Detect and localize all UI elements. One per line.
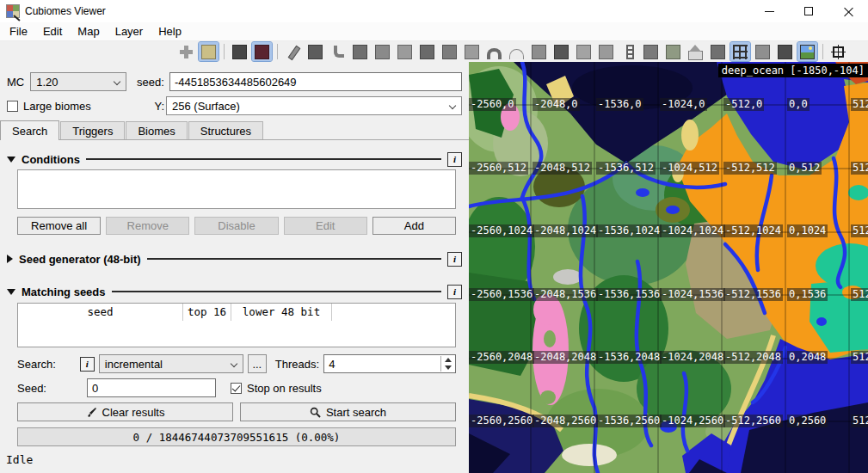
grid-icon <box>733 45 748 59</box>
maximize-button[interactable] <box>789 0 828 22</box>
matching-seeds-info-button[interactable]: i <box>447 285 462 299</box>
seed-generator-header[interactable]: Seed generator (48-bit) i <box>7 251 462 267</box>
geode-toggle[interactable] <box>372 42 392 61</box>
grid-coordinate-label: 0,0 <box>787 98 810 111</box>
menu-item-help[interactable]: Help <box>151 23 189 40</box>
ancient-city-icon <box>711 45 725 59</box>
grid-coordinate-label: -512,2048 <box>723 351 783 364</box>
column-header-top16: top 16 <box>183 304 231 321</box>
jungle-temple-toggle[interactable] <box>663 42 683 61</box>
monument-toggle[interactable] <box>350 42 370 61</box>
mineshaft-icon <box>286 45 300 59</box>
dripstone-icon <box>755 45 770 59</box>
app-icon <box>6 4 20 18</box>
fossil-toggle[interactable] <box>328 42 348 61</box>
show-position-icon <box>833 46 844 58</box>
tab-structures[interactable]: Structures <box>188 121 263 139</box>
mc-label: MC <box>7 76 24 89</box>
remove-button[interactable]: Remove <box>106 217 189 235</box>
disable-button[interactable]: Disable <box>194 217 278 235</box>
bastion-icon <box>232 45 247 59</box>
desert-temple-toggle[interactable] <box>529 42 549 61</box>
grid-coordinate-label: -512,1536 <box>723 288 783 301</box>
table-header-row: seed top 16 lower 48 bit <box>18 304 455 321</box>
minimize-icon <box>765 11 774 12</box>
biome-map[interactable]: -2560,0-2048,0-1536,0-1024,0-512,00,0512… <box>469 62 868 473</box>
start-search-button[interactable]: Start search <box>240 402 456 421</box>
matching-seeds-table[interactable]: seed top 16 lower 48 bit <box>17 303 456 347</box>
remove-all-button[interactable]: Remove all <box>17 217 101 235</box>
desert-temple-icon <box>532 45 546 59</box>
menu-item-map[interactable]: Map <box>70 23 107 40</box>
anchor-toggle[interactable] <box>440 42 459 61</box>
dripstone-toggle[interactable] <box>753 42 773 61</box>
stronghold-toggle[interactable] <box>199 42 219 61</box>
tab-triggers[interactable]: Triggers <box>60 121 125 139</box>
large-biomes-checkbox[interactable] <box>7 101 18 112</box>
menu-item-file[interactable]: File <box>2 23 35 40</box>
tab-biomes[interactable]: Biomes <box>126 121 187 139</box>
well-toggle[interactable] <box>395 42 415 61</box>
spinner-arrows[interactable] <box>440 356 454 372</box>
mineshaft-toggle[interactable] <box>283 42 303 61</box>
menu-item-edit[interactable]: Edit <box>35 23 70 40</box>
more-options-button[interactable]: ... <box>248 354 267 373</box>
seed-input[interactable]: -4451853634485602649 <box>169 72 462 91</box>
village-toggle[interactable] <box>641 42 661 61</box>
collapsed-arrow-icon <box>7 255 13 263</box>
start-seed-input[interactable]: 0 <box>87 378 216 397</box>
close-button[interactable] <box>828 0 868 22</box>
treasure-toggle[interactable] <box>417 42 437 61</box>
show-position-toggle[interactable] <box>828 42 848 61</box>
add-button[interactable]: Add <box>372 217 456 235</box>
grid-coordinate-label: -1536,0 <box>596 98 643 111</box>
conditions-header[interactable]: Conditions i <box>7 151 462 167</box>
grid-coordinate-label: 512,2560 <box>851 415 868 427</box>
grid-coordinate-label: -2048,1024 <box>532 224 598 237</box>
igloo-toggle[interactable] <box>507 42 526 61</box>
biome-view-toggle[interactable] <box>797 42 817 61</box>
ancient-city-toggle[interactable] <box>708 42 728 61</box>
clear-results-button[interactable]: Clear results <box>17 402 233 421</box>
end-city-toggle[interactable] <box>574 42 594 61</box>
hut-toggle[interactable] <box>686 42 705 61</box>
fortress-toggle[interactable] <box>252 42 272 61</box>
stone-toggle[interactable] <box>596 42 616 61</box>
title-bar: Cubiomes Viewer <box>0 0 868 22</box>
ruined-portal-toggle[interactable] <box>462 42 482 61</box>
grid-coordinate-label: -2560,512 <box>469 162 528 175</box>
ruined-portal-icon <box>465 45 479 59</box>
rail-toggle[interactable] <box>619 42 638 61</box>
spawn-toggle[interactable] <box>176 42 196 61</box>
menu-item-layer[interactable]: Layer <box>108 23 151 40</box>
matching-seeds-header[interactable]: Matching seeds i <box>7 284 462 299</box>
minimize-button[interactable] <box>749 0 789 22</box>
stop-on-results-checkbox[interactable] <box>231 383 242 394</box>
conditions-list[interactable] <box>17 169 456 209</box>
mc-version-select[interactable]: 1.20 <box>30 72 126 91</box>
seed-generator-info-button[interactable]: i <box>447 252 462 267</box>
threads-label: Threads: <box>275 358 319 371</box>
conditions-info-button[interactable]: i <box>447 152 462 167</box>
grid-toggle[interactable] <box>730 42 750 61</box>
y-level-select[interactable]: 256 (Surface) <box>166 96 462 115</box>
treasure-icon <box>420 45 434 59</box>
grid-coordinate-label: -1024,0 <box>660 98 707 111</box>
outpost-toggle[interactable] <box>551 42 571 61</box>
grid-coordinate-label: 0,1024 <box>787 224 828 237</box>
shipwreck-toggle[interactable] <box>484 42 504 61</box>
stone-icon <box>599 45 613 59</box>
dungeon-toggle[interactable] <box>305 42 325 61</box>
village-icon <box>643 45 658 59</box>
bastion-toggle[interactable] <box>230 42 249 61</box>
deep-dark-toggle[interactable] <box>775 42 795 61</box>
monument-icon <box>353 45 367 59</box>
clear-results-label: Clear results <box>102 406 165 419</box>
edit-button[interactable]: Edit <box>284 217 367 235</box>
divider <box>147 258 441 260</box>
tab-search[interactable]: Search <box>0 120 59 140</box>
threads-spinner[interactable]: 4 <box>323 354 456 373</box>
search-info-button[interactable]: i <box>80 357 95 372</box>
grid-coordinate-label: -512,2560 <box>723 415 783 427</box>
search-mode-select[interactable]: incremental <box>99 354 243 373</box>
